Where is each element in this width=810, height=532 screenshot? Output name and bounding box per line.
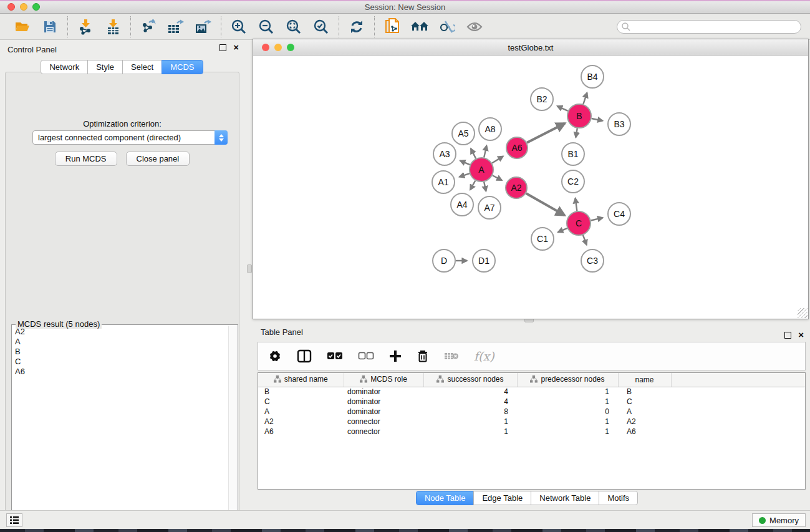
table-cell[interactable]: 8 [423, 407, 517, 417]
table-cell[interactable]: A6 [618, 427, 671, 437]
table-row[interactable]: Adominator80A [258, 407, 805, 417]
edge-A-A2[interactable] [493, 175, 502, 180]
export-network-icon[interactable] [139, 17, 158, 36]
edge-A-A7[interactable] [484, 182, 486, 191]
save-session-icon[interactable] [41, 17, 59, 36]
column-header-MCDS-role[interactable]: MCDS role [344, 373, 423, 387]
network-window-titlebar[interactable]: testGlobe.txt [253, 39, 808, 56]
edge-C-C1[interactable] [558, 228, 567, 232]
import-network-icon[interactable] [76, 17, 95, 36]
table-settings-gear-icon[interactable] [268, 349, 282, 363]
table-cell[interactable]: connector [344, 427, 423, 437]
control-panel-float-icon[interactable] [219, 44, 226, 51]
edge-B-B3[interactable] [592, 118, 603, 121]
edge-C-C2[interactable] [576, 198, 577, 211]
result-item[interactable]: B [15, 347, 228, 357]
delete-table-icon[interactable] [444, 351, 459, 361]
table-cell[interactable]: 1 [517, 417, 618, 427]
network-canvas[interactable]: B4B2BB3A8A5A6A3B1AC2A1A2A4A7C4CC1C3DD1 [253, 56, 808, 319]
column-header-successor-nodes[interactable]: successor nodes [423, 373, 517, 387]
clone-network-icon[interactable] [383, 17, 402, 36]
table-cell[interactable]: B [618, 387, 671, 397]
homes-icon[interactable] [410, 17, 429, 36]
edge-A2-C[interactable] [526, 193, 565, 215]
result-item[interactable]: A [15, 337, 228, 347]
result-item[interactable]: C [15, 357, 228, 367]
refresh-icon[interactable] [347, 17, 366, 36]
criterion-dropdown[interactable]: largest connected component (directed) [32, 130, 228, 145]
edge-A-A8[interactable] [484, 145, 486, 157]
edge-A6-B[interactable] [527, 123, 565, 143]
delete-column-trash-icon[interactable] [417, 349, 429, 363]
deselect-all-columns-icon[interactable] [358, 352, 374, 360]
memory-button[interactable]: Memory [752, 513, 806, 527]
run-mcds-button[interactable]: Run MCDS [55, 152, 117, 166]
edge-B-B1[interactable] [576, 128, 577, 138]
search-input-box[interactable] [617, 20, 801, 34]
table-cell[interactable]: A6 [258, 427, 344, 437]
vertical-splitter-handle[interactable] [247, 264, 252, 273]
zoom-selected-icon[interactable] [312, 17, 330, 36]
table-tab-edge-table[interactable]: Edge Table [473, 491, 531, 505]
table-cell[interactable]: A [258, 407, 344, 417]
column-header-name[interactable]: name [618, 373, 671, 387]
mcds-result-list[interactable]: A2ABCA6 [12, 327, 228, 530]
split-columns-icon[interactable] [297, 349, 312, 363]
table-cell[interactable]: 1 [517, 387, 618, 397]
export-image-icon[interactable] [194, 17, 213, 36]
edge-A-A5[interactable] [471, 148, 476, 158]
open-session-icon[interactable] [13, 17, 32, 36]
table-cell[interactable]: 0 [517, 407, 618, 417]
table-cell[interactable]: C [258, 397, 344, 407]
result-item[interactable]: A6 [15, 367, 228, 377]
edge-C-C3[interactable] [583, 235, 587, 245]
tab-mcds[interactable]: MCDS [162, 60, 203, 74]
tab-style[interactable]: Style [87, 60, 123, 74]
table-cell[interactable]: B [258, 387, 344, 397]
result-scrollbar[interactable] [228, 326, 237, 530]
edge-A-A1[interactable] [460, 173, 470, 177]
tab-network[interactable]: Network [41, 60, 88, 74]
dropdown-stepper-icon[interactable] [215, 130, 228, 145]
search-input[interactable] [631, 21, 801, 32]
table-cell[interactable]: 1 [423, 427, 517, 437]
edge-B-B4[interactable] [583, 93, 587, 104]
table-tab-motifs[interactable]: Motifs [599, 491, 638, 505]
table-cell[interactable]: dominator [344, 387, 423, 397]
hide-glasses-icon[interactable] [438, 17, 456, 36]
table-cell[interactable]: A [618, 407, 671, 417]
table-row[interactable]: A6connector11A6 [258, 427, 805, 437]
select-all-columns-icon[interactable] [327, 352, 343, 360]
table-cell[interactable]: 1 [423, 417, 517, 427]
eye-icon[interactable] [465, 17, 484, 36]
table-cell[interactable]: 4 [423, 397, 517, 407]
edge-A-A3[interactable] [460, 161, 470, 165]
control-panel-close-icon[interactable]: × [233, 42, 239, 52]
window-resize-grip[interactable] [798, 308, 808, 318]
table-panel-float-icon[interactable] [784, 332, 791, 339]
zoom-in-icon[interactable] [229, 17, 248, 36]
add-column-icon[interactable] [389, 350, 402, 362]
table-cell[interactable]: dominator [344, 397, 423, 407]
edge-C-C4[interactable] [591, 218, 602, 220]
zoom-fit-icon[interactable] [284, 17, 303, 36]
tab-select[interactable]: Select [122, 60, 162, 74]
apply-function-icon[interactable]: f(x) [474, 349, 494, 363]
table-cell[interactable]: A2 [618, 417, 671, 427]
table-row[interactable]: Cdominator41C [258, 397, 805, 407]
table-cell[interactable]: 1 [517, 397, 618, 407]
zoom-out-icon[interactable] [257, 17, 276, 36]
column-header-predecessor-nodes[interactable]: predecessor nodes [517, 373, 618, 387]
table-row[interactable]: A2connector11A2 [258, 417, 805, 427]
task-history-button[interactable] [6, 513, 22, 527]
edge-A-A6[interactable] [492, 157, 503, 163]
table-panel-close-icon[interactable]: × [798, 329, 804, 340]
table-tab-node-table[interactable]: Node Table [416, 491, 475, 505]
table-cell[interactable]: connector [344, 417, 423, 427]
table-cell[interactable]: dominator [344, 407, 423, 417]
result-item[interactable]: A2 [15, 327, 228, 337]
table-cell[interactable]: 4 [423, 387, 517, 397]
table-tab-network-table[interactable]: Network Table [531, 491, 599, 505]
import-table-icon[interactable] [104, 17, 122, 36]
table-cell[interactable]: 1 [517, 427, 618, 437]
